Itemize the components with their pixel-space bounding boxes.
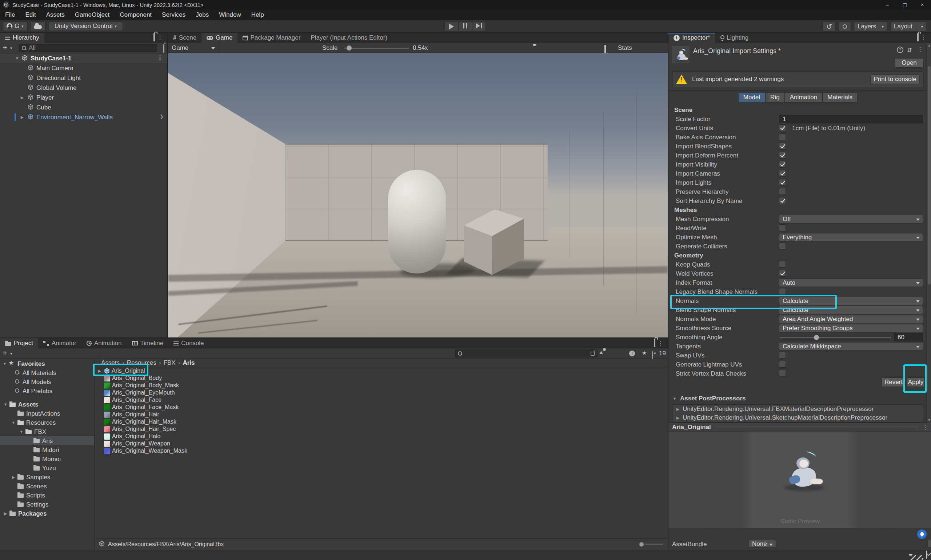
- chevron-down-icon[interactable]: ▾: [10, 46, 12, 51]
- import-tab-model[interactable]: Model: [738, 92, 765, 103]
- asset-aris-original-hair-spec[interactable]: Aris_Original_Hair_Spec: [95, 425, 668, 433]
- hierarchy-item-studycase1-1[interactable]: ▼StudyCase1-1⋮: [0, 54, 167, 63]
- kebab-menu-icon[interactable]: ⋮: [921, 34, 926, 41]
- favorites-header[interactable]: ▼★Favorites: [0, 359, 94, 368]
- setting-legacy-blend-shape-normals[interactable]: Legacy Blend Shape Normals: [668, 287, 927, 296]
- setting-tangents[interactable]: TangentsCalculate Mikktspace: [668, 342, 927, 351]
- pause-button[interactable]: [458, 22, 472, 31]
- picker-icon[interactable]: [163, 45, 165, 52]
- setting-sort-hierarchy-by-name[interactable]: Sort Hierarchy By Name: [668, 196, 927, 205]
- setting-generate-lightmap-uvs[interactable]: Generate Lightmap UVs: [668, 360, 927, 369]
- asset-aris-original-weapon-mask[interactable]: Aris_Original_Weapon_Mask: [95, 447, 668, 455]
- setting-checkbox[interactable]: [779, 197, 786, 204]
- kebab-menu-icon[interactable]: ⋮: [157, 54, 163, 61]
- folder-fbx[interactable]: ▼FBX: [0, 427, 94, 436]
- assetbundle-dropdown[interactable]: None: [748, 540, 776, 548]
- setting-dropdown[interactable]: Off: [779, 215, 923, 223]
- asset-aris-original-hair-mask[interactable]: Aris_Original_Hair_Mask: [95, 418, 668, 425]
- setting-checkbox[interactable]: [779, 134, 786, 140]
- hierarchy-item-player[interactable]: ▶Player: [0, 93, 167, 103]
- setting-checkbox[interactable]: [779, 361, 786, 368]
- setting-checkbox[interactable]: [779, 288, 786, 295]
- setting-checkbox[interactable]: [779, 161, 786, 168]
- tab-animator[interactable]: Animator: [38, 338, 82, 348]
- tab-timeline[interactable]: Timeline: [127, 338, 169, 348]
- setting-smoothness-source[interactable]: Smoothness SourcePrefer Smoothing Groups: [668, 324, 927, 333]
- asset-aris-original-body-mask[interactable]: Aris_Original_Body_Mask: [95, 382, 668, 389]
- lock-icon[interactable]: [917, 34, 919, 41]
- chevron-right-icon[interactable]: ❯: [160, 114, 164, 119]
- menu-component[interactable]: Component: [115, 9, 157, 20]
- slider-knob[interactable]: [639, 542, 644, 546]
- project-search-input[interactable]: [455, 349, 597, 357]
- setting-input[interactable]: 1: [779, 115, 923, 123]
- asset-aris-original-face-mask[interactable]: Aris_Original_Face_Mask: [95, 404, 668, 411]
- foldout-closed-icon[interactable]: ▶: [676, 405, 680, 414]
- setting-import-blendshapes[interactable]: Import BlendShapes: [668, 142, 927, 151]
- lock-icon[interactable]: [154, 34, 155, 41]
- setting-dropdown[interactable]: Area And Angle Weighted: [779, 315, 923, 323]
- breadcrumb-item-aris[interactable]: Aris: [183, 359, 195, 366]
- import-tab-rig[interactable]: Rig: [765, 92, 785, 103]
- postprocessor-item[interactable]: ▶UnityEditor.Rendering.Universal.Sketchu…: [672, 414, 923, 422]
- setting-checkbox[interactable]: [779, 170, 786, 177]
- setting-keep-quads[interactable]: Keep Quads: [668, 260, 927, 269]
- undo-history-button[interactable]: ↺: [823, 22, 836, 31]
- setting-dropdown[interactable]: Everything: [779, 233, 923, 242]
- setting-blend-shape-normals[interactable]: Blend Shape NormalsCalculate: [668, 305, 927, 315]
- hierarchy-item-main-camera[interactable]: Main Camera: [0, 63, 167, 73]
- tab-lighting[interactable]: Lighting: [716, 33, 754, 43]
- foldout-closed-icon[interactable]: ▶: [3, 511, 8, 516]
- setting-checkbox[interactable]: [779, 370, 786, 377]
- asset-aris-original-hair[interactable]: Aris_Original_Hair: [95, 411, 668, 418]
- asset-labels-icon[interactable]: [917, 529, 926, 539]
- layout-dropdown[interactable]: Layout ▾: [890, 22, 926, 31]
- import-tab-animation[interactable]: Animation: [785, 92, 823, 103]
- menu-assets[interactable]: Assets: [41, 9, 70, 20]
- setting-optimize-mesh[interactable]: Optimize MeshEverything: [668, 233, 927, 242]
- presets-icon[interactable]: ⇵: [907, 46, 912, 54]
- breadcrumb-item-fbx[interactable]: FBX: [164, 359, 175, 366]
- setting-slider[interactable]: [780, 337, 891, 338]
- kebab-menu-icon[interactable]: ⋮: [657, 340, 663, 346]
- kebab-menu-icon[interactable]: ⋮: [922, 424, 928, 431]
- step-button[interactable]: [472, 22, 486, 31]
- search-button[interactable]: [839, 22, 851, 31]
- tab-console[interactable]: Console: [168, 338, 209, 348]
- foldout-open-icon[interactable]: ▼: [2, 362, 7, 366]
- setting-slider-value[interactable]: 60: [894, 333, 923, 342]
- scale-slider-knob[interactable]: [346, 45, 352, 51]
- create-asset-button[interactable]: +: [3, 349, 7, 357]
- menu-jobs[interactable]: Jobs: [191, 9, 214, 20]
- stats-button[interactable]: Stats: [618, 45, 632, 52]
- postprocessor-item[interactable]: ▶UnityEditor.Rendering.Universal.FBXMate…: [672, 405, 923, 414]
- asset-aris-original-face[interactable]: Aris_Original_Face: [95, 396, 668, 404]
- favorite-all-prefabs[interactable]: All Prefabs: [0, 386, 94, 395]
- drag-handle[interactable]: [716, 425, 918, 429]
- asset-aris-original[interactable]: ▶Aris_Original: [95, 367, 668, 375]
- asset-aris-original-halo[interactable]: Aris_Original_Halo: [95, 433, 668, 440]
- hierarchy-item-environment-narrow-walls[interactable]: ▶Environment_Narrow_Walls❯: [0, 112, 167, 122]
- tab-game[interactable]: Game: [202, 33, 237, 43]
- menu-gameobject[interactable]: GameObject: [70, 9, 115, 20]
- menu-help[interactable]: Help: [246, 9, 269, 20]
- import-tab-materials[interactable]: Materials: [822, 92, 857, 103]
- setting-smoothing-angle[interactable]: Smoothing Angle60: [668, 333, 927, 342]
- setting-dropdown[interactable]: Auto: [779, 278, 923, 287]
- setting-checkbox[interactable]: [779, 143, 786, 149]
- setting-dropdown[interactable]: Calculate: [779, 297, 923, 305]
- folder-settings[interactable]: Settings: [0, 500, 94, 509]
- folder-assets[interactable]: ▼Assets: [0, 400, 94, 409]
- foldout-closed-icon[interactable]: ▶: [20, 95, 25, 100]
- asset-aris-original-eyemouth[interactable]: Aris_Original_EyeMouth: [95, 389, 668, 396]
- setting-swap-uvs[interactable]: Swap UVs: [668, 351, 927, 360]
- foldout-open-icon[interactable]: ▼: [19, 429, 24, 434]
- version-control-dropdown[interactable]: Unity Version Control ▾: [48, 22, 123, 31]
- chevron-down-icon[interactable]: ▾: [10, 351, 12, 356]
- tab-project[interactable]: Project: [0, 338, 38, 348]
- scrollbar-thumb[interactable]: [928, 66, 931, 285]
- open-search-icon[interactable]: [591, 351, 595, 355]
- tab-package-manager[interactable]: Package Manager: [237, 33, 305, 43]
- apply-button[interactable]: Apply: [907, 377, 925, 387]
- setting-import-deform-percent[interactable]: Import Deform Percent: [668, 151, 927, 160]
